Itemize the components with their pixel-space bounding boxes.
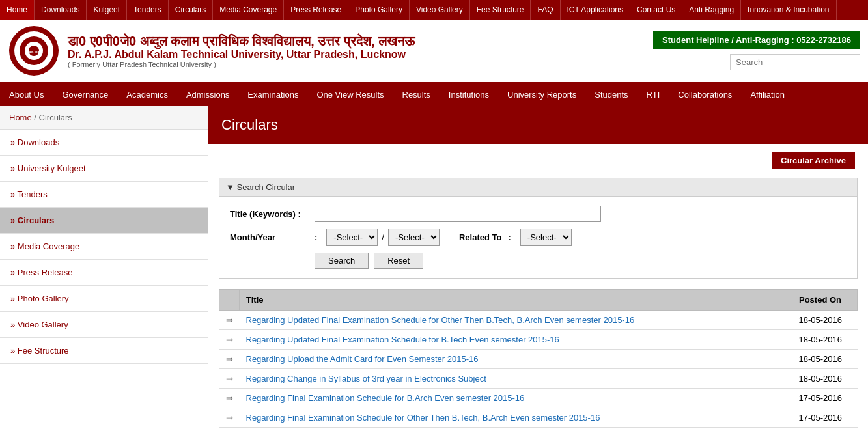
circulars-table: Title Posted On ⇒ Regarding Updated Fina…: [219, 289, 858, 428]
circular-archive-button[interactable]: Circular Archive: [772, 152, 855, 169]
top-nav-ict[interactable]: ICT Applications: [561, 0, 631, 20]
sidebar: Home / Circulars Downloads University Ku…: [0, 106, 208, 431]
main-nav-results[interactable]: Results: [393, 83, 440, 106]
title-row: Title (Keywords) :: [230, 206, 847, 222]
main-nav-governance[interactable]: Governance: [53, 83, 117, 106]
circular-link[interactable]: Regarding Updated Final Examination Sche…: [246, 315, 635, 325]
header-search-input[interactable]: [736, 57, 840, 67]
header-right: Student Helpline / Anti-Ragging : 0522-2…: [653, 31, 860, 70]
colon1: :: [315, 232, 317, 242]
top-nav-faq[interactable]: FAQ: [531, 0, 560, 20]
main-nav-examinations[interactable]: Examinations: [238, 83, 307, 106]
sidebar-item-video[interactable]: Video Gallery: [0, 312, 208, 338]
page-title: Circulars: [221, 117, 278, 133]
main-body: Circular Archive ▼ Search Circular Title…: [208, 144, 868, 431]
circular-link[interactable]: Regarding Upload the Admit Card for Even…: [246, 354, 479, 364]
header-hindi-title: डा0 ए0पी0जे0 अब्दुल कलाम प्राविधिक विश्व…: [68, 34, 653, 49]
content-wrapper: Home / Circulars Downloads University Ku…: [0, 106, 868, 431]
main-nav-university-reports[interactable]: University Reports: [498, 83, 585, 106]
table-row: ⇒ Regarding Upload the Admit Card for Ev…: [219, 350, 858, 369]
sidebar-item-fee[interactable]: Fee Structure: [0, 338, 208, 364]
main-nav-affiliation[interactable]: Affiliation: [741, 83, 794, 106]
top-nav-press[interactable]: Press Release: [284, 0, 348, 20]
main-nav-institutions[interactable]: Institutions: [440, 83, 498, 106]
circular-link[interactable]: Regarding Change in Syllabus of 3rd year…: [246, 374, 486, 383]
top-nav-kulgeet[interactable]: Kulgeet: [87, 0, 127, 20]
top-nav: Home Downloads Kulgeet Tenders Circulars…: [0, 0, 868, 20]
main-nav: About Us Governance Academics Admissions…: [0, 83, 868, 106]
sidebar-item-downloads[interactable]: Downloads: [0, 130, 208, 156]
colon2: :: [508, 232, 511, 242]
sidebar-item-press[interactable]: Press Release: [0, 260, 208, 286]
main-nav-collaborations[interactable]: Collaborations: [669, 83, 741, 106]
main-content: Circulars Circular Archive ▼ Search Circ…: [208, 106, 868, 431]
top-nav-tenders[interactable]: Tenders: [127, 0, 169, 20]
related-to-label: Related To: [459, 232, 502, 242]
circular-date: 18-05-2016: [792, 330, 858, 350]
top-nav-video[interactable]: Video Gallery: [410, 0, 470, 20]
circular-title: Regarding Final Examination Schedule for…: [240, 389, 792, 408]
top-nav-contact[interactable]: Contact Us: [630, 0, 682, 20]
arrow-icon: ⇒: [219, 369, 240, 389]
sidebar-item-media[interactable]: Media Coverage: [0, 234, 208, 260]
top-nav-antiragging[interactable]: Anti Ragging: [682, 0, 741, 20]
table-row: ⇒ Regarding Final Examination Schedule f…: [219, 389, 858, 408]
sidebar-item-kulgeet[interactable]: University Kulgeet: [0, 156, 208, 182]
main-nav-admissions[interactable]: Admissions: [177, 83, 238, 106]
col-posted-header: Posted On: [792, 290, 858, 311]
top-nav-circulars[interactable]: Circulars: [169, 0, 213, 20]
circular-link[interactable]: Regarding Final Examination Schedule for…: [246, 413, 600, 423]
arrow-icon: ⇒: [219, 330, 240, 350]
svg-text:AKTU: AKTU: [29, 50, 40, 54]
year-select[interactable]: -Select-: [388, 229, 440, 246]
search-panel-header: ▼ Search Circular: [219, 178, 857, 197]
header-search-box[interactable]: [730, 54, 860, 70]
page-title-bar: Circulars: [208, 106, 868, 144]
slash-separator: /: [382, 232, 384, 242]
search-panel: ▼ Search Circular Title (Keywords) : Mon…: [219, 178, 858, 279]
related-to-select[interactable]: -Select-: [520, 229, 572, 246]
circular-title: Regarding Updated Final Examination Sche…: [240, 311, 792, 330]
header: AKTU डा0 ए0पी0जे0 अब्दुल कलाम प्राविधिक …: [0, 20, 868, 83]
table-row: ⇒ Regarding Updated Final Examination Sc…: [219, 330, 858, 350]
top-nav-fee[interactable]: Fee Structure: [470, 0, 531, 20]
arrow-icon: ⇒: [219, 389, 240, 408]
university-logo: AKTU: [8, 25, 60, 77]
reset-button[interactable]: Reset: [374, 253, 423, 269]
month-select[interactable]: -Select-: [326, 229, 378, 246]
title-input[interactable]: [315, 206, 601, 222]
top-nav-downloads[interactable]: Downloads: [35, 0, 87, 20]
circular-date: 18-05-2016: [792, 350, 858, 369]
arrow-icon: ⇒: [219, 408, 240, 428]
table-row: ⇒ Regarding Updated Final Examination Sc…: [219, 311, 858, 330]
arrow-icon: ⇒: [219, 350, 240, 369]
search-panel-body: Title (Keywords) : Month/Year : -Select-…: [219, 197, 857, 278]
header-text: डा0 ए0पी0जे0 अब्दुल कलाम प्राविधिक विश्व…: [60, 34, 653, 68]
circular-title: Regarding Final Examination Schedule for…: [240, 408, 792, 428]
sidebar-item-tenders[interactable]: Tenders: [0, 182, 208, 208]
main-nav-about[interactable]: About Us: [0, 83, 53, 106]
table-row: ⇒ Regarding Final Examination Schedule f…: [219, 408, 858, 428]
sidebar-item-photo[interactable]: Photo Gallery: [0, 286, 208, 312]
main-nav-students[interactable]: Students: [585, 83, 637, 106]
main-nav-academics[interactable]: Academics: [117, 83, 177, 106]
breadcrumb: Home / Circulars: [0, 106, 208, 130]
sidebar-item-circulars[interactable]: Circulars: [0, 208, 208, 234]
search-btn-row: Search Reset: [315, 253, 847, 269]
top-nav-home[interactable]: Home: [0, 0, 35, 20]
top-nav-photo[interactable]: Photo Gallery: [348, 0, 410, 20]
circular-link[interactable]: Regarding Updated Final Examination Sche…: [246, 335, 559, 344]
circular-date: 18-05-2016: [792, 311, 858, 330]
circular-date: 18-05-2016: [792, 369, 858, 389]
month-year-row: Month/Year : -Select- / -Select- Related…: [230, 229, 847, 246]
main-nav-oneview[interactable]: One View Results: [307, 83, 393, 106]
main-nav-rti[interactable]: RTI: [637, 83, 669, 106]
breadcrumb-home[interactable]: Home: [9, 113, 32, 122]
search-panel-title: ▼ Search Circular: [226, 182, 295, 192]
search-button[interactable]: Search: [315, 253, 369, 269]
arrow-icon: ⇒: [219, 311, 240, 330]
circular-link[interactable]: Regarding Final Examination Schedule for…: [246, 393, 525, 403]
top-nav-innovation[interactable]: Innovation & Incubation: [741, 0, 836, 20]
top-nav-media[interactable]: Media Coverage: [213, 0, 284, 20]
circular-title: Regarding Change in Syllabus of 3rd year…: [240, 369, 792, 389]
